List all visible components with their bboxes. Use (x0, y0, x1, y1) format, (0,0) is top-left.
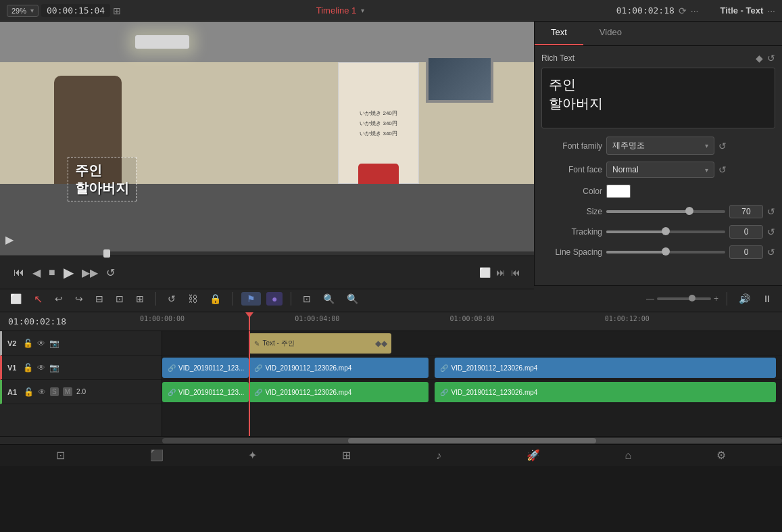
track-mute-a1-icon[interactable]: M (63, 387, 72, 396)
first-frame-icon[interactable]: ⏮ (511, 267, 520, 278)
panel-more-icon[interactable]: ··· (767, 5, 775, 16)
tb-snap[interactable]: ⊡ (299, 291, 314, 306)
clip-video-v1-0[interactable]: 🔗 VID_20190112_123... (162, 358, 249, 378)
tracking-value[interactable]: 0 (729, 225, 763, 239)
tb-trim-tool[interactable]: ↩ (51, 291, 66, 306)
tb-link[interactable]: ⛓ (185, 291, 201, 306)
tab-video[interactable]: Video (583, 22, 638, 45)
panel-body: Rich Text ◆ ↺ 주인 할아버지 Font family 제주명조 (535, 46, 782, 285)
zoom-control[interactable]: 29% ▾ (7, 5, 39, 17)
tb-zoom-fit[interactable]: 🔍 (343, 291, 362, 306)
zoom-minus-icon[interactable]: — (646, 294, 654, 304)
bottom-color-icon[interactable]: ✦ (248, 449, 257, 462)
font-face-reset-icon[interactable]: ↺ (718, 164, 727, 175)
timeline-scrollbar[interactable] (0, 436, 782, 444)
tb-media-icon[interactable]: ⬜ (7, 291, 25, 306)
rich-text-editor[interactable]: 주인 할아버지 (541, 68, 775, 128)
track-camera-v2-icon[interactable]: 📷 (49, 339, 59, 348)
bottom-media-pool-icon[interactable]: ⊡ (56, 449, 65, 462)
track-lock-a1-icon[interactable]: 🔓 (24, 387, 34, 397)
tracking-slider-fill (606, 231, 666, 233)
zoom-slider[interactable] (657, 297, 711, 300)
font-family-select[interactable]: 제주명조 ▾ (606, 137, 714, 155)
tab-text[interactable]: Text (535, 22, 583, 45)
video-progress-bar[interactable] (0, 251, 534, 256)
line-spacing-reset-icon[interactable]: ↺ (767, 247, 775, 258)
track-eye-v2-icon[interactable]: 👁 (37, 339, 45, 348)
video-preview[interactable]: いか焼き 240円 いか焼き 340円 いか焼き 340円 주인 할아버지 ▶ (0, 22, 534, 251)
skip-end-icon[interactable]: ⏭ (496, 267, 506, 278)
bottom-settings-icon[interactable]: ⚙ (716, 449, 726, 462)
clip-video-v1-2[interactable]: 🔗 VID_20190112_123026.mp4 (435, 358, 775, 378)
bottom-deliver-icon[interactable]: 🚀 (527, 449, 540, 462)
track-eye-v1-icon[interactable]: 👁 (37, 363, 45, 372)
scene-tv-screen (429, 58, 491, 100)
tracking-slider-track[interactable] (606, 231, 725, 233)
tb-audio-toggle[interactable]: 🔊 (735, 291, 754, 306)
bottom-home-icon[interactable]: ⌂ (625, 450, 632, 462)
timeline-name[interactable]: Timeline 1 ▾ (316, 5, 364, 16)
bottom-edit-icon[interactable]: ⬛ (150, 449, 164, 462)
bottom-effects-icon[interactable]: ⊞ (342, 449, 351, 462)
size-reset-icon[interactable]: ↺ (767, 206, 775, 217)
clip-audio-a1-0[interactable]: 🔗 VID_20190112_123... (162, 382, 249, 402)
line-spacing-value[interactable]: 0 (729, 245, 763, 259)
stop-button[interactable]: ■ (49, 266, 55, 279)
tb-undo[interactable]: ↺ (164, 291, 179, 306)
tb-zoom-in[interactable]: 🔍 (320, 291, 338, 306)
font-face-select[interactable]: Normal ▾ (606, 162, 714, 178)
clip-video-v1-1[interactable]: 🔗 VID_20190112_123026.mp4 (249, 358, 429, 378)
skip-to-start-button[interactable]: ⏮ (14, 266, 24, 279)
timeline-chevron-icon: ▾ (361, 7, 364, 14)
tb-lock[interactable]: 🔒 (206, 291, 224, 306)
preview-play-icon[interactable]: ▶ (5, 233, 14, 246)
track-solo-a1-icon[interactable]: S (50, 387, 59, 396)
bottom-audio-icon[interactable]: ♪ (436, 450, 441, 462)
track-camera-v1-icon[interactable]: 📷 (49, 363, 59, 372)
loop-button[interactable]: ↺ (106, 266, 115, 279)
tracking-slider-thumb[interactable] (662, 227, 670, 235)
clip-audio-a1-2[interactable]: 🔗 VID_20190112_123026.mp4 (435, 382, 775, 402)
zoom-plus-icon[interactable]: + (714, 294, 718, 304)
play-button[interactable]: ▶ (64, 264, 74, 281)
center-more-icon[interactable]: ··· (691, 5, 699, 16)
next-frame-button[interactable]: ▶▶ (82, 266, 98, 279)
rich-text-reset-icon[interactable]: ↺ (767, 53, 775, 64)
line-spacing-slider-thumb[interactable] (662, 247, 670, 256)
tb-select-tool[interactable]: ↖ (30, 291, 46, 308)
scrollbar-thumb[interactable] (162, 438, 782, 443)
rich-text-diamond-icon[interactable]: ◆ (756, 53, 763, 64)
track-eye-a1-icon[interactable]: 👁 (38, 387, 46, 397)
tb-color-btn[interactable]: ● (266, 292, 283, 306)
clip-audio-a1-1[interactable]: 🔗 VID_20190112_123026.mp4 (249, 382, 429, 402)
color-swatch[interactable] (606, 185, 631, 198)
line-spacing-slider-track[interactable] (606, 251, 725, 253)
size-value[interactable]: 70 (729, 205, 763, 218)
progress-thumb[interactable] (103, 249, 110, 258)
prev-frame-button[interactable]: ◀ (32, 266, 41, 279)
tracking-reset-icon[interactable]: ↺ (767, 226, 775, 237)
zoom-slider-thumb[interactable] (689, 295, 695, 301)
track-lock-v1-icon[interactable]: 🔓 (23, 363, 33, 372)
tb-insert-tool[interactable]: ⊡ (112, 291, 127, 306)
tb-more[interactable]: ⏸ (759, 291, 775, 306)
tb-flag-btn[interactable]: ⚑ (241, 292, 261, 306)
playhead[interactable] (249, 312, 250, 331)
clip-text-v2[interactable]: ✎ Text - 주인 ◆◆ (249, 333, 391, 354)
tracking-row: Tracking 0 ↺ (541, 225, 775, 239)
size-slider-track[interactable] (606, 210, 725, 213)
timecode-left[interactable]: 00:00:15:04 (41, 4, 110, 17)
tb-dynamic-trim[interactable]: ⊟ (92, 291, 107, 306)
size-slider-thumb[interactable] (685, 207, 693, 215)
track-lock-v2-icon[interactable]: 🔓 (23, 339, 33, 348)
sync-icon[interactable]: ⟳ (679, 5, 687, 16)
aspect-ratio-icon[interactable]: ⬜ (479, 267, 491, 278)
text-line1: 주인 (549, 75, 768, 94)
font-family-reset-icon[interactable]: ↺ (718, 141, 727, 151)
tb-blade-tool[interactable]: ↪ (72, 291, 87, 306)
top-bar: 29% ▾ 00:00:15:04 ⊞ Timeline 1 ▾ 01:00:0… (0, 0, 782, 22)
color-control (606, 185, 775, 198)
tb-overwrite-tool[interactable]: ⊞ (132, 291, 147, 306)
top-bar-center: Timeline 1 ▾ (135, 5, 545, 16)
timecode-options-icon[interactable]: ⊞ (113, 5, 121, 16)
